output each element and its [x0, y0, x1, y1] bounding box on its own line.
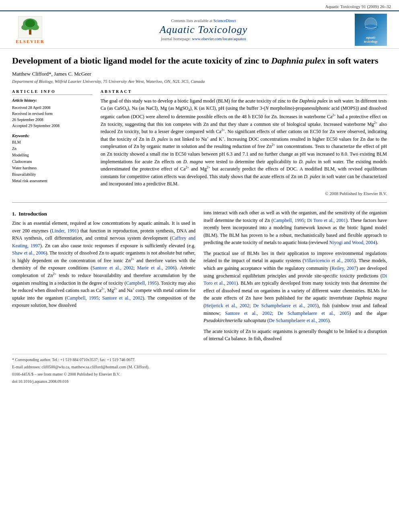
keyword-zn: Zn — [12, 146, 93, 152]
ref-ditoro2001a[interactable]: Di Toro et al., 2001 — [307, 218, 346, 223]
journal-logo-text: aquatictoxicology — [364, 36, 378, 44]
keyword-metal-risk: Metal risk assessment — [12, 178, 93, 184]
section-divider — [12, 202, 387, 203]
svg-rect-4 — [29, 30, 31, 35]
ref-shaw[interactable]: Shaw et al., 2006 — [12, 250, 45, 256]
article-content: Development of a biotic ligand model for… — [0, 49, 399, 392]
article-meta-section: ARTICLE INFO Article history: Received 2… — [12, 89, 387, 196]
corresponding-author-note: * Corresponding author. Tel.: +1 519 884… — [12, 357, 387, 363]
journal-homepage: journal homepage: www.elsevier.com/locat… — [56, 37, 351, 41]
abstract-label: ABSTRACT — [101, 89, 387, 95]
ref-linder[interactable]: Linder, 1991 — [52, 228, 77, 234]
sciencedirect-note: Contents lists available at ScienceDirec… — [56, 18, 351, 23]
introduction-heading: 1. Introduction — [12, 211, 195, 217]
ref-santore2002[interactable]: Santore et al., 2002 — [92, 265, 133, 271]
ref-campbell1995c[interactable]: Campbell, 1995 — [273, 218, 304, 223]
keyword-water-hardness: Water hardness — [12, 165, 93, 171]
authors: Matthew Clifford*, James C. McGeer — [12, 71, 387, 77]
journal-title: Aquatic Toxicology — [56, 24, 351, 36]
ref-deschamp2005b[interactable]: De Schamphelaere et al., 2005 — [278, 310, 349, 316]
affiliation: Department of Biology, Wilfrid Laurier U… — [12, 79, 387, 84]
journal-citation: Aquatic Toxicology 91 (2009) 26–32 — [200, 2, 391, 9]
article-title: Development of a biotic ligand model for… — [12, 55, 387, 67]
intro-text-col1: Zinc is an essential element, required a… — [12, 220, 195, 309]
page-wrapper: Aquatic Toxicology 91 (2009) 26–32 — [0, 0, 399, 392]
article-history: Article history: Received 28 April 2008 … — [12, 97, 93, 129]
keyword-cladocerans: Cladocerans — [12, 158, 93, 165]
journal-title-section: Contents lists available at ScienceDirec… — [56, 18, 351, 41]
ref-santore2002b[interactable]: Santore et al., 2002 — [102, 295, 143, 301]
ref-santore2002c[interactable]: Santore et al., 2002 — [225, 310, 272, 316]
keyword-bioavailability: Bioavailability — [12, 171, 93, 178]
ref-campbell1995a[interactable]: Campbell, 1995 — [126, 280, 157, 286]
ref-niyogi[interactable]: Niyogi and Wood, 2004 — [329, 240, 376, 245]
ref-deschamp2005c[interactable]: De Schamphelaere et al., 2005 — [269, 318, 328, 323]
journal-banner: ELSEVIER Contents lists available at Sci… — [0, 11, 399, 49]
ref-deschamp2005a[interactable]: De Schamphelaere et al., 2005 — [253, 303, 317, 308]
article-info-column: ARTICLE INFO Article history: Received 2… — [12, 89, 93, 196]
ref-caffrey[interactable]: Caffrey and Keating, 1997 — [12, 235, 195, 249]
keyword-modelling: Modelling — [12, 152, 93, 158]
doi-note: doi:10.1016/j.aquatox.2008.09.016 — [12, 378, 387, 385]
body-col-right: ions interact with each other as well as… — [204, 209, 387, 346]
svg-point-5 — [25, 19, 35, 27]
homepage-url[interactable]: www.elsevier.com/locate/aquatox — [192, 37, 246, 41]
issn-note: 0166-445X/$ – see front matter © 2008 Pu… — [12, 371, 387, 378]
publisher-logo: ELSEVIER — [8, 16, 52, 44]
footnotes: * Corresponding author. Tel.: +1 519 884… — [12, 354, 387, 385]
ref-villavicencio[interactable]: Villavicencio et al., 2005 — [304, 258, 354, 263]
article-info-label: ARTICLE INFO — [12, 89, 93, 95]
keyword-blm: BLM — [12, 139, 93, 146]
sciencedirect-link[interactable]: ScienceDirect — [213, 18, 236, 23]
page-header: Aquatic Toxicology 91 (2009) 26–32 — [0, 0, 399, 11]
body-text-section: 1. Introduction Zinc is an essential ele… — [12, 209, 387, 346]
abstract-column: ABSTRACT The goal of this study was to d… — [101, 89, 387, 196]
copyright: © 2008 Published by Elsevier B.V. — [101, 191, 387, 196]
journal-logo: aquatictoxicology — [355, 14, 391, 46]
ref-ditoro2001b[interactable]: Di Toro et al., 2001 — [204, 273, 387, 286]
elsevier-label: ELSEVIER — [16, 39, 45, 44]
body-col-left: 1. Introduction Zinc is an essential ele… — [12, 209, 195, 346]
keywords-section: Keywords: BLM Zn Modelling Cladocerans W… — [12, 134, 93, 184]
intro-text-col2: ions interact with each other as well as… — [204, 209, 387, 343]
ref-marie[interactable]: Marie et al., 2006 — [137, 265, 175, 271]
ref-heijerick[interactable]: Heijerick et al., 2002 — [205, 303, 249, 308]
email-note: E-mail addresses: clif0500@wlu.ca, matth… — [12, 364, 387, 370]
abstract-text: The goal of this study was to develop a … — [101, 97, 387, 188]
ref-reiley[interactable]: Reiley, 2007 — [331, 265, 356, 271]
ref-campbell1995b[interactable]: Campbell, 1995 — [67, 295, 99, 301]
